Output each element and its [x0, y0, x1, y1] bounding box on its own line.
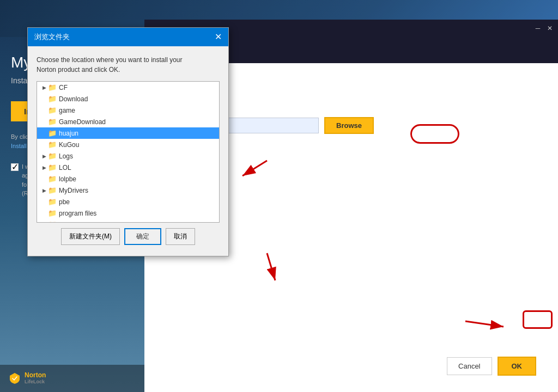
folder-name: GameDownload: [59, 118, 106, 126]
folder-kugou[interactable]: 📁 KuGou: [37, 139, 219, 150]
file-tree[interactable]: ▶ 📁 CF 📁 Download 📁 game 📁: [37, 81, 220, 223]
minimize-button[interactable]: ─: [534, 24, 542, 32]
browse-button[interactable]: Browse: [324, 117, 374, 134]
folder-icon: 📁: [48, 152, 57, 160]
community-checkbox[interactable]: ✓: [11, 163, 19, 171]
folder-icon: 📁: [48, 83, 57, 91]
folder-name: pbe: [59, 198, 70, 206]
folder-logs[interactable]: ▶ 📁 Logs: [37, 150, 219, 162]
folder-icon: 📁: [48, 106, 57, 114]
folder-pbe[interactable]: 📁 pbe: [37, 196, 219, 207]
folder-gamedownload[interactable]: 📁 GameDownload: [37, 116, 219, 127]
cancel-button[interactable]: Cancel: [447, 357, 492, 375]
expand-arrow: ▶: [40, 85, 48, 90]
folder-icon: 📁: [48, 95, 57, 103]
norton-bottom-logo: Norton LifeLock: [25, 372, 46, 384]
dialog-ok-button[interactable]: 确定: [124, 228, 161, 245]
ok-button[interactable]: OK: [498, 357, 537, 376]
folder-icon: 📁: [48, 209, 57, 217]
folder-name: Download: [59, 95, 88, 103]
file-tree-wrapper: ▶ 📁 CF 📁 Download 📁 game 📁: [37, 81, 220, 223]
folder-icon: 📁: [48, 220, 57, 223]
folder-huajun[interactable]: 📁 huajun: [37, 127, 219, 139]
norton-bottom-shield-icon: [8, 372, 21, 385]
new-folder-button[interactable]: 新建文件夹(M): [61, 228, 120, 245]
folder-icon: 📁: [48, 129, 57, 137]
folder-name: huajun: [59, 130, 78, 137]
folder-lolpbe[interactable]: 📁 lolpbe: [37, 173, 219, 185]
dialog-close-button[interactable]: ✕: [215, 33, 222, 41]
folder-program-files[interactable]: 📁 program files: [37, 207, 219, 219]
folder-mydrivers[interactable]: ▶ 📁 MyDrivers: [37, 185, 219, 196]
folder-game[interactable]: 📁 game: [37, 105, 219, 116]
expand-arrow: ▶: [40, 188, 48, 193]
dialog-buttons: 新建文件夹(M) 确定 取消: [37, 223, 220, 247]
folder-name: MyDrivers: [59, 187, 88, 194]
folder-name: lolpbe: [59, 175, 76, 183]
norton-bottom-bar: Norton LifeLock: [0, 365, 144, 392]
close-button[interactable]: ✕: [546, 24, 554, 32]
folder-icon: 📁: [48, 186, 57, 194]
folder-icon: 📁: [48, 175, 57, 183]
folder-cf[interactable]: ▶ 📁 CF: [37, 82, 219, 93]
browse-dialog: 浏览文件夹 ✕ Choose the location where you wa…: [27, 27, 229, 256]
dialog-titlebar: 浏览文件夹 ✕: [28, 28, 228, 46]
folder-name: program files: [59, 210, 96, 217]
folder-download[interactable]: 📁 Download: [37, 93, 219, 105]
folder-lol[interactable]: ▶ 📁 LOL: [37, 162, 219, 173]
dialog-title: 浏览文件夹: [34, 32, 70, 42]
bottom-buttons: Cancel OK: [447, 357, 536, 376]
expand-arrow: ▶: [40, 154, 48, 159]
folder-program-files-x86[interactable]: 📁 Program Files (x86): [37, 219, 219, 223]
folder-icon: 📁: [48, 140, 57, 149]
folder-name: KuGou: [59, 141, 79, 149]
folder-icon: 📁: [48, 198, 57, 206]
folder-name: Program Files (x86): [59, 221, 116, 223]
folder-icon: 📁: [48, 118, 57, 126]
dialog-cancel-button[interactable]: 取消: [166, 228, 195, 245]
folder-icon: 📁: [48, 163, 57, 171]
expand-arrow: ▶: [40, 165, 48, 170]
dialog-description: Choose the location where you want to in…: [37, 55, 220, 75]
dialog-body: Choose the location where you want to in…: [28, 46, 228, 256]
folder-name: Logs: [59, 152, 73, 160]
folder-name: LOL: [59, 164, 71, 171]
folder-name: game: [59, 107, 75, 114]
folder-name: CF: [59, 84, 68, 91]
